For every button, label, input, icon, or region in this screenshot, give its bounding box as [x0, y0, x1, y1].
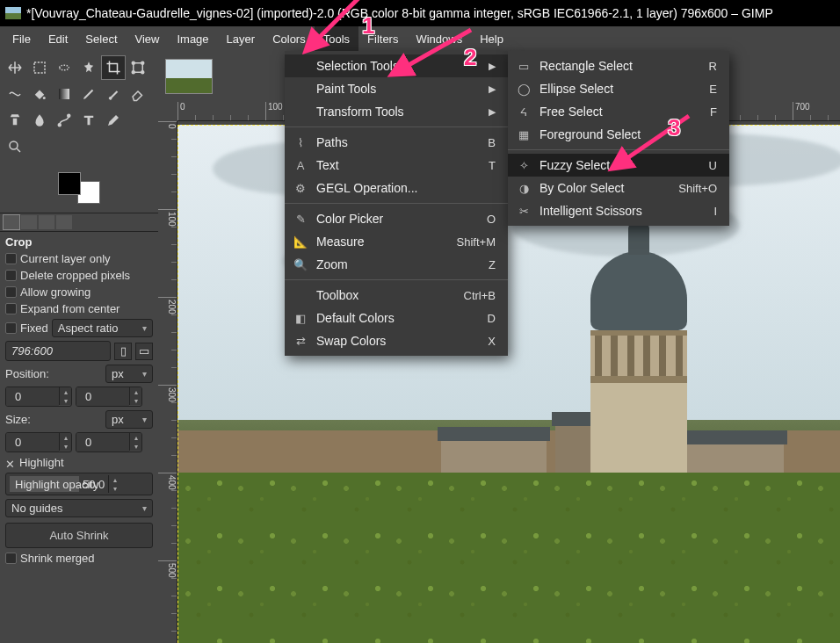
- menu-item-intelligent-scissors[interactable]: ✂Intelligent ScissorsI: [508, 199, 729, 222]
- zoom-tool-icon[interactable]: [4, 135, 26, 158]
- checkbox-fixed[interactable]: [5, 322, 17, 334]
- gradient-tool-icon[interactable]: [53, 83, 76, 105]
- menu-item-icon: ⌇: [293, 135, 308, 149]
- menu-separator: [285, 126, 508, 127]
- checkbox-allow-growing[interactable]: [5, 286, 17, 298]
- move-tool-icon[interactable]: [4, 56, 26, 79]
- spin-up-icon[interactable]: ▴: [129, 433, 141, 442]
- menu-item-default-colors[interactable]: ◧Default ColorsD: [285, 307, 508, 329]
- transform-tool-icon[interactable]: [127, 56, 149, 79]
- images-tab-icon[interactable]: [56, 215, 72, 229]
- spin-up-icon[interactable]: ▴: [59, 433, 71, 442]
- menu-select[interactable]: Select: [76, 26, 126, 51]
- spin-down-icon[interactable]: ▾: [59, 442, 71, 451]
- menu-help[interactable]: Help: [471, 26, 512, 51]
- menu-item-foreground-select[interactable]: ▦Foreground Select: [508, 123, 729, 146]
- menu-item-accel: Shift+M: [457, 235, 496, 249]
- menu-item-by-color-select[interactable]: ◑By Color SelectShift+O: [508, 177, 729, 199]
- checkbox-delete-cropped[interactable]: [5, 270, 17, 281]
- close-icon[interactable]: ✕: [5, 458, 16, 468]
- vertical-ruler[interactable]: 0100200300400500600: [158, 121, 177, 643]
- menu-item-icon: [293, 59, 308, 73]
- eraser-tool-icon[interactable]: [127, 83, 149, 105]
- menu-item-measure[interactable]: 📐MeasureShift+M: [285, 230, 508, 253]
- text-tool-icon[interactable]: [77, 109, 100, 132]
- menu-image[interactable]: Image: [168, 26, 217, 51]
- menu-colors[interactable]: Colors: [264, 26, 315, 51]
- checkbox-current-layer[interactable]: [5, 253, 17, 264]
- fixed-value-input[interactable]: 796:600: [5, 341, 111, 361]
- color-picker-tool-icon[interactable]: [102, 109, 125, 132]
- crop-tool-icon[interactable]: [102, 56, 125, 79]
- menu-item-zoom[interactable]: 🔍ZoomZ: [285, 253, 508, 276]
- free-select-tool-icon[interactable]: [53, 56, 76, 79]
- menu-separator: [285, 203, 508, 204]
- orientation-landscape-icon[interactable]: ▭: [135, 343, 153, 360]
- rect-select-tool-icon[interactable]: [28, 56, 51, 79]
- menu-item-paint-tools[interactable]: Paint Tools▶: [285, 77, 508, 100]
- fixed-mode-select[interactable]: Aspect ratio▾: [52, 319, 153, 337]
- ruler-tick: 400: [158, 473, 177, 490]
- menu-item-color-picker[interactable]: ✎Color PickerO: [285, 207, 508, 230]
- menu-item-label: Color Picker: [316, 212, 478, 226]
- menu-item-gegl-operation-[interactable]: ⚙GEGL Operation...: [285, 177, 508, 199]
- menu-item-paths[interactable]: ⌇PathsB: [285, 131, 508, 154]
- label-fixed: Fixed: [20, 322, 48, 335]
- menu-view[interactable]: View: [127, 26, 169, 51]
- label-current-layer: Current layer only: [20, 252, 111, 265]
- selection-tools-submenu: ▭Rectangle SelectR◯Ellipse SelectEᔦFree …: [508, 51, 729, 226]
- checkbox-shrink-merged[interactable]: [5, 553, 17, 564]
- highlight-opacity-slider[interactable]: Highlight opacity 50.0 ▴▾: [5, 473, 153, 495]
- menu-item-rectangle-select[interactable]: ▭Rectangle SelectR: [508, 54, 729, 77]
- position-x-input[interactable]: 0▴▾: [5, 387, 72, 407]
- warp-tool-icon[interactable]: [4, 83, 26, 105]
- spin-up-icon[interactable]: ▴: [108, 475, 120, 484]
- image-thumbnail[interactable]: [165, 59, 213, 94]
- menu-item-fuzzy-select[interactable]: ✧Fuzzy SelectU: [508, 154, 729, 177]
- device-status-tab-icon[interactable]: [21, 215, 37, 229]
- menu-item-text[interactable]: ATextT: [285, 154, 508, 177]
- size-w-input[interactable]: 0▴▾: [5, 432, 72, 452]
- menu-tools[interactable]: Tools: [315, 26, 358, 51]
- position-unit-select[interactable]: px▾: [105, 365, 153, 383]
- fuzzy-select-tool-icon[interactable]: [77, 56, 100, 79]
- svg-point-4: [132, 71, 134, 74]
- menu-item-label: Measure: [316, 235, 448, 249]
- size-h-input[interactable]: 0▴▾: [76, 432, 142, 452]
- tool-options-tabs: [0, 213, 158, 232]
- spin-down-icon[interactable]: ▾: [108, 484, 120, 493]
- menu-edit[interactable]: Edit: [40, 26, 76, 51]
- checkbox-expand-center[interactable]: [5, 303, 17, 314]
- color-swatches[interactable]: [0, 167, 158, 213]
- menu-item-toolbox[interactable]: ToolboxCtrl+B: [285, 284, 508, 307]
- size-unit-select[interactable]: px▾: [105, 410, 153, 429]
- auto-shrink-button[interactable]: Auto Shrink: [5, 523, 153, 548]
- position-y-input[interactable]: 0▴▾: [76, 387, 142, 407]
- menu-item-transform-tools[interactable]: Transform Tools▶: [285, 100, 508, 123]
- bucket-fill-tool-icon[interactable]: [28, 83, 51, 105]
- spin-up-icon[interactable]: ▴: [59, 387, 71, 396]
- menu-layer[interactable]: Layer: [218, 26, 264, 51]
- menu-item-free-select[interactable]: ᔦFree SelectF: [508, 100, 729, 123]
- menu-item-label: GEGL Operation...: [316, 181, 496, 195]
- tool-options-title: Crop: [5, 235, 153, 249]
- menu-item-ellipse-select[interactable]: ◯Ellipse SelectE: [508, 77, 729, 100]
- clone-tool-icon[interactable]: [4, 109, 26, 132]
- spin-up-icon[interactable]: ▴: [129, 387, 141, 396]
- fg-color-swatch[interactable]: [58, 172, 81, 195]
- spin-down-icon[interactable]: ▾: [59, 396, 71, 405]
- menu-file[interactable]: File: [4, 26, 40, 51]
- spin-down-icon[interactable]: ▾: [129, 442, 141, 451]
- smudge-tool-icon[interactable]: [28, 109, 51, 132]
- menu-item-swap-colors[interactable]: ⇄Swap ColorsX: [285, 329, 508, 352]
- paintbrush-tool-icon[interactable]: [102, 83, 125, 105]
- menu-item-label: Swap Colors: [316, 334, 479, 348]
- menu-windows[interactable]: Windows: [407, 26, 471, 51]
- guides-select[interactable]: No guides▾: [5, 499, 153, 517]
- tool-options-tab-icon[interactable]: [4, 215, 19, 229]
- spin-down-icon[interactable]: ▾: [129, 396, 141, 405]
- undo-history-tab-icon[interactable]: [39, 215, 54, 229]
- pencil-tool-icon[interactable]: [77, 83, 100, 105]
- path-tool-icon[interactable]: [53, 109, 76, 132]
- orientation-portrait-icon[interactable]: ▯: [114, 343, 132, 360]
